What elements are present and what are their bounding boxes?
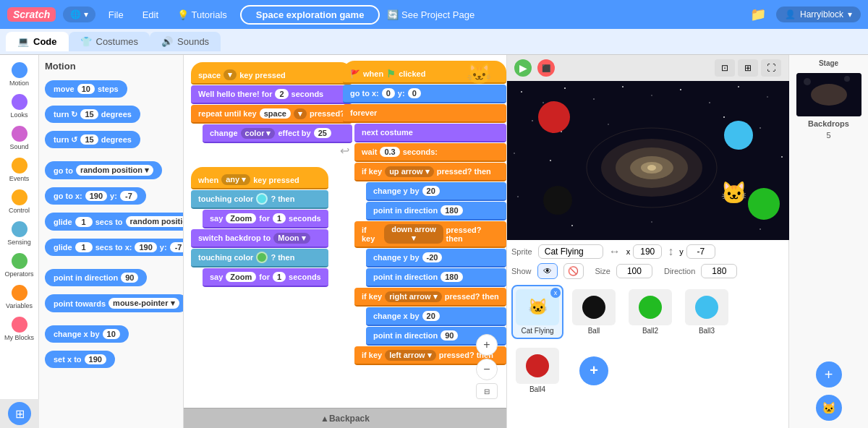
file-menu[interactable]: File bbox=[103, 7, 129, 23]
svg-point-5 bbox=[622, 86, 624, 87]
stage-canvas[interactable]: 🐱 bbox=[507, 81, 789, 240]
see-project-link[interactable]: 🔄 See Project Page bbox=[387, 9, 475, 20]
folder-icon[interactable]: 📁 bbox=[747, 4, 769, 25]
svg-point-24 bbox=[571, 225, 573, 226]
block-point-dir-180-1[interactable]: point in direction180 bbox=[366, 202, 506, 221]
stage-background: 🐱 bbox=[507, 81, 789, 240]
color-swatch-2[interactable] bbox=[256, 252, 268, 263]
tab-sounds[interactable]: 🔊 Sounds bbox=[150, 32, 221, 51]
category-motion[interactable]: Motion bbox=[1, 59, 38, 90]
show-visible-button[interactable]: 👁 bbox=[537, 263, 558, 279]
block-next-costume[interactable]: next costume bbox=[354, 124, 506, 142]
svg-point-43 bbox=[804, 78, 811, 85]
small-stage-button[interactable]: ⊡ bbox=[715, 59, 735, 77]
sprite-thumb-ball3[interactable]: Ball3 bbox=[681, 285, 733, 339]
stage-controls-bar: ▶ ⬛ ⊡ ⊞ ⛶ bbox=[507, 55, 788, 81]
scratch-logo[interactable]: Scratch bbox=[7, 7, 56, 22]
stop-button[interactable]: ⬛ bbox=[537, 59, 555, 77]
category-myblocks[interactable]: My Blocks bbox=[1, 314, 38, 344]
category-events[interactable]: Events bbox=[1, 155, 38, 185]
block-glide-random[interactable]: glide 1 secs to random position ▾ bbox=[45, 213, 184, 231]
sprite-name-ball3: Ball3 bbox=[685, 327, 728, 335]
zoom-out-button[interactable]: − bbox=[476, 359, 498, 380]
backpack-bar[interactable]: ▲ Backpack bbox=[184, 408, 506, 428]
tab-costumes[interactable]: 👕 Costumes bbox=[69, 32, 150, 51]
block-say-hello[interactable]: Well hello there! for2seconds bbox=[191, 85, 352, 104]
block-if-right-arrow[interactable]: if keyright arrow ▾pressed? then bbox=[354, 288, 506, 307]
direction-input[interactable] bbox=[701, 264, 737, 278]
block-point-towards[interactable]: point towards mouse-pointer ▾ bbox=[45, 294, 184, 312]
zoom-fit-button[interactable]: ⊟ bbox=[476, 383, 498, 399]
block-wait-0-3[interactable]: wait0.3seconds: bbox=[354, 143, 506, 162]
cat-sprite-preview: 🐱 bbox=[467, 62, 492, 86]
green-flag-button[interactable]: ▶ bbox=[514, 59, 532, 77]
block-repeat-until[interactable]: repeat until keyspace▾pressed? bbox=[191, 105, 352, 124]
add-sprite-button[interactable]: + bbox=[568, 343, 620, 398]
block-say-zoom-2[interactable]: sayZoomfor1seconds bbox=[203, 268, 328, 287]
block-touching-color-1[interactable]: touching color ? then bbox=[191, 190, 328, 209]
user-menu[interactable]: 👤 Harryiblock ▾ bbox=[776, 7, 861, 22]
block-change-y-neg20[interactable]: change y by-20 bbox=[366, 249, 506, 268]
block-say-zoom-1[interactable]: sayZoomfor1seconds bbox=[203, 210, 328, 228]
svg-point-4 bbox=[593, 98, 595, 100]
block-move-steps[interactable]: move 10 steps bbox=[45, 80, 127, 98]
svg-point-11 bbox=[532, 120, 533, 121]
sprite-x-coord: x bbox=[626, 244, 663, 259]
sprite-thumb-ball2[interactable]: Ball2 bbox=[624, 285, 676, 339]
block-turn-right[interactable]: turn ↻ 15 degrees bbox=[45, 106, 140, 123]
block-turn-left[interactable]: turn ↺ 15 degrees bbox=[45, 131, 140, 148]
block-touching-color-2[interactable]: touching color ? then bbox=[191, 249, 328, 268]
fullscreen-button[interactable]: ⛶ bbox=[761, 59, 781, 77]
category-control[interactable]: Control bbox=[1, 187, 38, 217]
language-selector[interactable]: 🌐 ▾ bbox=[63, 7, 95, 22]
project-name-input[interactable]: Space exploration game bbox=[240, 5, 380, 25]
sprite-list-button[interactable]: 🐱 bbox=[816, 395, 842, 421]
add-backdrop-button[interactable]: + bbox=[816, 361, 842, 388]
stage-tab-label[interactable]: Stage bbox=[819, 59, 838, 67]
sprite-thumb-ball[interactable]: Ball bbox=[568, 285, 620, 339]
show-hidden-button[interactable]: 🚫 bbox=[563, 263, 584, 279]
tutorials-link[interactable]: 💡 Tutorials bbox=[171, 7, 233, 23]
y-input[interactable] bbox=[686, 244, 715, 259]
color-swatch-1[interactable] bbox=[256, 193, 268, 205]
category-looks[interactable]: Looks bbox=[1, 91, 38, 121]
sprite-name-cat: Cat Flying bbox=[516, 327, 559, 335]
block-if-down-arrow[interactable]: if keydown arrow ▾pressed? then bbox=[354, 221, 506, 248]
category-operators[interactable]: Operators bbox=[1, 250, 38, 281]
sounds-tab-icon: 🔊 bbox=[161, 36, 173, 47]
block-forever[interactable]: forever bbox=[343, 104, 506, 123]
category-sensing[interactable]: Sensing bbox=[1, 218, 38, 249]
block-space-key-pressed[interactable]: space▾key pressed bbox=[191, 62, 352, 85]
block-point-direction[interactable]: point in direction 90 bbox=[45, 269, 147, 286]
size-input[interactable] bbox=[616, 264, 652, 278]
stage-mini-thumbnail[interactable] bbox=[796, 73, 861, 116]
sprite-thumb-ball4[interactable]: Ball4 bbox=[511, 343, 563, 398]
category-variables[interactable]: Variables bbox=[1, 282, 38, 312]
block-change-x[interactable]: change x by 10 bbox=[45, 325, 129, 343]
block-goto-random[interactable]: go to random position ▾ bbox=[45, 161, 162, 179]
block-change-color-effect[interactable]: changecolor ▾effect by25 bbox=[203, 124, 352, 143]
backdrops-label: Backdrops bbox=[808, 119, 849, 128]
edit-menu[interactable]: Edit bbox=[137, 7, 164, 23]
block-point-dir-180-2[interactable]: point in direction180 bbox=[366, 268, 506, 287]
block-glide-xy[interactable]: glide 1 secs to x: 190 y: -7 bbox=[45, 239, 184, 256]
block-switch-backdrop[interactable]: switch backdrop toMoon ▾ bbox=[191, 229, 328, 248]
sprite-name-input[interactable] bbox=[538, 244, 603, 259]
sprite-thumb-cat-flying[interactable]: 🐱 x Cat Flying bbox=[511, 285, 563, 339]
block-if-up-arrow[interactable]: if keyup arrow ▾pressed? then bbox=[354, 163, 506, 181]
zoom-in-button[interactable]: + bbox=[476, 334, 498, 356]
x-input[interactable] bbox=[633, 244, 662, 259]
playback-controls: ▶ ⬛ bbox=[514, 59, 555, 77]
direction-label: Direction bbox=[664, 267, 695, 275]
script-area[interactable]: space▾key pressed Well hello there! for2… bbox=[184, 55, 506, 428]
add-block-button[interactable]: ⊞ bbox=[8, 402, 31, 425]
tab-code[interactable]: 💻 Code bbox=[6, 32, 69, 51]
block-goto-00[interactable]: go to x:0y:0 bbox=[343, 85, 506, 103]
block-set-x[interactable]: set x to 190 bbox=[45, 351, 115, 368]
block-change-x-20[interactable]: change x by20 bbox=[366, 307, 506, 326]
block-goto-xy[interactable]: go to x: 190 y: -7 bbox=[45, 187, 146, 205]
category-sound[interactable]: Sound bbox=[1, 123, 38, 153]
block-change-y-20[interactable]: change y by20 bbox=[366, 182, 506, 201]
large-stage-button[interactable]: ⊞ bbox=[738, 59, 758, 77]
block-any-key-pressed[interactable]: whenany ▾key pressed bbox=[191, 167, 328, 189]
